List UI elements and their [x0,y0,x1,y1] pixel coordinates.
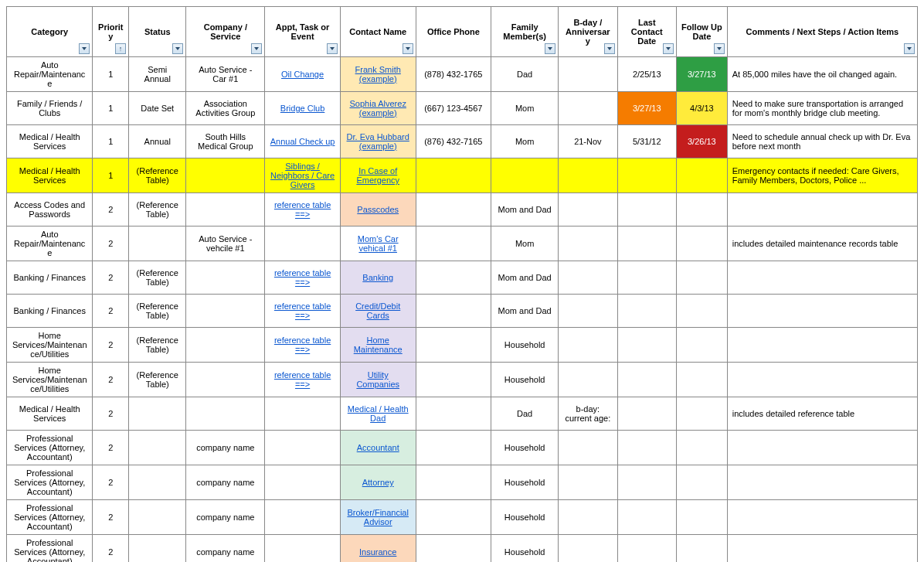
cell-phone [416,535,491,563]
cell-appt: reference table ==> [265,328,341,363]
filter-dropdown-icon[interactable] [79,43,90,54]
appt-link[interactable]: reference table ==> [274,370,331,389]
cell-family [491,158,559,193]
appt-link[interactable]: Oil Change [281,70,324,79]
cell-category: Medical / Health Services [7,158,93,193]
cell-phone [416,397,491,431]
cell-family: Dad [491,57,559,92]
filter-dropdown-icon[interactable] [904,43,915,54]
contact-link[interactable]: Banking [362,273,393,282]
table-row: Professional Services (Attorney, Account… [7,535,918,563]
cell-category: Medical / Health Services [7,397,93,431]
cell-bday [559,328,617,363]
cell-status: (Reference Table) [129,158,186,193]
tracking-table: Category Priority Status Company / Servi… [6,6,918,562]
cell-category: Banking / Finances [7,295,93,328]
priority-text: 2 [108,513,113,522]
cell-phone [416,295,491,328]
priority-text: 1 [108,137,113,146]
cell-phone: (878) 432-1765 [416,57,491,92]
cell-status [129,500,186,535]
cell-comments [727,431,917,465]
cell-comments: includes detailed reference table [727,397,917,431]
cell-appt: reference table ==> [265,193,341,227]
cell-category: Home Services/Maintenance/Utilities [7,328,93,363]
status-text: (Reference Table) [137,370,178,389]
appt-link[interactable]: reference table ==> [274,200,331,219]
header-label: Comments / Next Steps / Action Items [746,27,899,36]
header-label: Office Phone [427,27,480,36]
cell-category: Banking / Finances [7,261,93,295]
contact-link[interactable]: Frank Smith (example) [355,65,401,83]
status-text: Annual [144,137,171,146]
bday-text: 21-Nov [574,137,601,146]
cell-company: company name [186,465,265,500]
cell-family: Household [491,328,559,363]
cell-contact: Broker/Financial Advisor [340,500,416,535]
cell-bday [559,431,617,465]
header-label: Priority [98,22,123,41]
contact-link[interactable]: Attorney [362,478,394,487]
filter-dropdown-icon[interactable] [714,43,725,54]
cell-bday: 21-Nov [559,125,617,158]
table-row: Home Services/Maintenance/Utilities2(Ref… [7,363,918,397]
family-text: Dad [517,70,532,79]
appt-link[interactable]: reference table ==> [274,335,331,354]
contact-link[interactable]: Home Maintenance [354,335,403,354]
appt-link[interactable]: reference table ==> [274,301,331,320]
filter-dropdown-icon[interactable] [172,43,183,54]
comments-text: Need to schedule annual check up with Dr… [732,132,911,151]
contact-link[interactable]: Insurance [359,547,396,557]
filter-dropdown-icon[interactable] [604,43,615,54]
last-text: 5/31/12 [633,137,661,146]
cell-family: Mom [491,92,559,125]
cell-last [617,535,676,563]
contact-link[interactable]: Medical / Health Dad [348,404,409,423]
cell-follow [676,431,727,465]
appt-link[interactable]: Siblings / Neighbors / Care Givers [270,162,335,189]
appt-link[interactable]: reference table ==> [274,268,331,287]
cell-priority: 2 [93,295,129,328]
cell-follow [676,295,727,328]
cell-phone [416,227,491,261]
cell-priority: 1 [93,125,129,158]
sort-asc-icon[interactable] [115,43,126,54]
contact-link[interactable]: Utility Companies [356,370,399,389]
filter-dropdown-icon[interactable] [251,43,262,54]
filter-dropdown-icon[interactable] [663,43,674,54]
header-bday: B-day / Anniversary [559,7,617,57]
phone-text: (876) 432-7165 [424,137,482,146]
contact-link[interactable]: Credit/Debit Cards [355,301,400,320]
contact-link[interactable]: Accountant [357,443,399,452]
contact-link[interactable]: Dr. Eva Hubbard (example) [347,132,409,151]
appt-link[interactable]: Annual Check up [270,137,335,146]
table-row: Access Codes and Passwords2(Reference Ta… [7,193,918,227]
cell-appt [265,227,341,261]
cell-company: South Hills Medical Group [186,125,265,158]
filter-dropdown-icon[interactable] [545,43,555,54]
cell-follow [676,328,727,363]
header-company: Company / Service [186,7,265,57]
contact-link[interactable]: Broker/Financial Advisor [347,508,408,526]
cell-company [186,193,265,227]
category-text: Medical / Health Services [19,166,80,185]
filter-dropdown-icon[interactable] [327,43,338,54]
cell-priority: 2 [93,227,129,261]
cell-status: Semi Annual [129,57,186,92]
contact-link[interactable]: In Case of Emergency [356,166,399,185]
cell-company: company name [186,535,265,563]
appt-link[interactable]: Bridge Club [280,104,324,113]
phone-text: (878) 432-1765 [424,70,482,79]
contact-link[interactable]: Mom's Car vehical #1 [358,234,399,253]
cell-comments [727,261,917,295]
contact-link[interactable]: Sophia Alverez (example) [350,99,406,118]
status-text: (Reference Table) [137,268,178,287]
follow-text: 3/27/13 [688,70,716,79]
filter-dropdown-icon[interactable] [403,43,413,54]
cell-bday [559,158,617,193]
cell-phone [416,193,491,227]
cell-comments: Need to schedule annual check up with Dr… [727,125,917,158]
contact-link[interactable]: Passcodes [357,205,399,214]
table-row: Medical / Health Services1(Reference Tab… [7,158,918,193]
cell-status: Annual [129,125,186,158]
